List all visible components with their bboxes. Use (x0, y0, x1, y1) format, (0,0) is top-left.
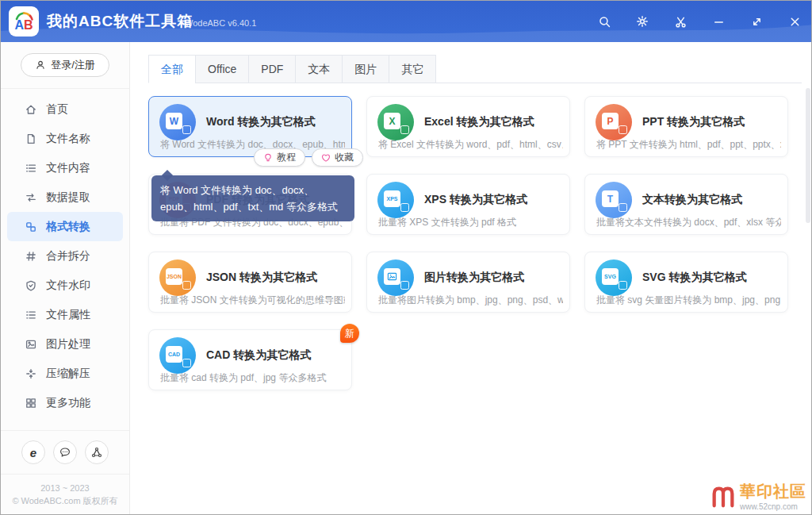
card-image-convert[interactable]: 图片转换为其它格式 批量将图片转换为 bmp、jpg、png、psd、webp、 (366, 252, 570, 313)
sidebar-item-home[interactable]: 首页 (7, 94, 123, 124)
sidebar-item-image-process[interactable]: 图片处理 (7, 329, 123, 359)
watermark-logo-icon (710, 482, 737, 509)
tab-pdf[interactable]: PDF (248, 55, 295, 83)
browser-icon[interactable]: e (21, 440, 45, 464)
card-title: JSON 转换为其它格式 (206, 271, 317, 285)
tutorial-button[interactable]: 教程 (254, 148, 305, 167)
login-register-label: 登录/注册 (51, 58, 95, 72)
word-file-icon: W (159, 104, 196, 140)
tab-office[interactable]: Office (195, 55, 248, 83)
convert-grid-icon (25, 221, 37, 233)
card-title: 图片转换为其它格式 (424, 271, 524, 285)
tab-image[interactable]: 图片 (342, 55, 389, 83)
divider (1, 474, 129, 475)
watermark-name: 華印社區 (740, 481, 806, 502)
card-desc: 批量将图片转换为 bmp、jpg、png、psd、webp、 (378, 294, 563, 307)
tab-other[interactable]: 其它 (389, 55, 436, 83)
sidebar-menu: 首页 文件名称 文件内容 数据提取 格式转换 合并拆分 (1, 94, 129, 417)
sidebar-item-merge-split[interactable]: 合并拆分 (7, 241, 123, 271)
favorite-button[interactable]: 收藏 (312, 148, 363, 167)
compress-icon (25, 367, 37, 380)
card-excel-convert[interactable]: X Excel 转换为其它格式 将 Excel 文件转换为 word、pdf、h… (366, 96, 570, 157)
file-lines-icon (25, 162, 37, 175)
sidebar-item-label: 格式转换 (46, 220, 90, 234)
card-title: XPS 转换为其它格式 (424, 193, 527, 207)
card-svg-convert[interactable]: SVG SVG 转换为其它格式 批量将 svg 矢量图片转换为 bmp、jpg、… (584, 252, 788, 313)
more-grid-icon (25, 397, 37, 409)
image-picture-icon (377, 259, 414, 296)
login-register-button[interactable]: 登录/注册 (21, 53, 109, 77)
settings-gear-icon[interactable] (635, 14, 649, 29)
tab-text[interactable]: 文本 (295, 55, 342, 83)
card-ppt-convert[interactable]: P PPT 转换为其它格式 将 PPT 文件转换为 html、pdf、ppt、p… (584, 96, 788, 157)
sidebar-item-file-content[interactable]: 文件内容 (7, 153, 123, 183)
card-text-convert[interactable]: T 文本转换为其它格式 批量将文本文件转换为 docx、pdf、xlsx 等众多… (584, 174, 788, 235)
card-title: SVG 转换为其它格式 (642, 271, 746, 285)
app-title: 我的ABC软件工具箱 (47, 1, 193, 42)
sidebar-item-label: 更多功能 (46, 396, 90, 410)
bulb-icon (263, 153, 273, 163)
card-word-convert[interactable]: W Word 转换为其它格式 将 Word 文件转换为 doc、docx、epu… (148, 96, 352, 157)
screenshot-scissors-icon[interactable] (673, 14, 688, 29)
sidebar-item-label: 合并拆分 (46, 249, 90, 263)
card-desc: 将 PPT 文件转换为 html、pdf、ppt、pptx、xps 等 (596, 138, 781, 152)
card-title: 文本转换为其它格式 (642, 193, 742, 207)
sidebar-footer: 2013 ~ 2023 © WodeABC.com 版权所有 (1, 482, 129, 507)
ppt-file-icon: P (596, 104, 632, 140)
image-icon (25, 338, 37, 351)
card-json-convert[interactable]: JSON JSON 转换为其它格式 批量将 JSON 文件转换为可视化的思维导图… (148, 252, 352, 313)
sidebar-item-file-name[interactable]: 文件名称 (7, 124, 123, 153)
card-hover-actions: 教程 收藏 (254, 148, 363, 167)
card-tooltip: 将 Word 文件转换为 doc、docx、epub、html、pdf、txt、… (151, 175, 354, 221)
app-window: A B 我的ABC软件工具箱 WodeABC v6.40.1 (0, 0, 812, 515)
sidebar-item-watermark[interactable]: 文件水印 (7, 271, 123, 300)
card-title: Excel 转换为其它格式 (424, 115, 534, 129)
main-content: 全部 Office PDF 文本 图片 其它 W Word 转换为其它格式 将 … (130, 42, 812, 515)
watermark-url: www.52cnp.com (740, 502, 806, 511)
extract-arrows-icon (25, 191, 37, 204)
card-desc: 批量将 XPS 文件转换为 pdf 格式 (378, 216, 563, 229)
app-logo: A B (9, 6, 39, 37)
window-controls (597, 1, 802, 42)
vertical-scrollbar[interactable] (805, 88, 811, 511)
sidebar-item-label: 首页 (46, 102, 68, 117)
watermark-shield-icon (25, 279, 37, 292)
category-tabs: 全部 Office PDF 文本 图片 其它 (148, 55, 802, 83)
sidebar-item-format-convert[interactable]: 格式转换 (7, 212, 123, 241)
svg-file-icon: SVG (596, 259, 632, 296)
forum-watermark: 華印社區 www.52cnp.com (710, 481, 806, 511)
home-icon (25, 103, 37, 116)
sidebar-item-more[interactable]: 更多功能 (7, 388, 123, 417)
search-icon[interactable] (597, 14, 611, 29)
sidebar-item-data-extract[interactable]: 数据提取 (7, 183, 123, 212)
heart-icon (321, 153, 331, 163)
close-icon[interactable] (787, 14, 802, 29)
tool-card-grid: W Word 转换为其它格式 将 Word 文件转换为 doc、docx、epu… (148, 96, 788, 390)
resize-icon[interactable] (749, 14, 764, 29)
card-desc: 批量将 JSON 文件转换为可视化的思维导图或其它格式 (160, 294, 345, 307)
title-bar: A B 我的ABC软件工具箱 WodeABC v6.40.1 (1, 1, 812, 42)
sidebar-item-label: 文件水印 (46, 279, 90, 293)
card-desc: 将 Excel 文件转换为 word、pdf、html、csv、txt、s (378, 138, 563, 152)
card-cad-convert[interactable]: CAD CAD 转换为其它格式 批量将 cad 转换为 pdf、jpg 等众多格… (148, 329, 352, 390)
user-icon (35, 60, 46, 71)
sidebar-item-label: 文件内容 (46, 161, 90, 175)
divider (1, 430, 129, 431)
tab-all[interactable]: 全部 (148, 55, 195, 83)
svg-text:B: B (24, 18, 33, 32)
share-icon[interactable] (85, 440, 109, 464)
chat-icon[interactable] (53, 440, 77, 464)
card-title: Word 转换为其它格式 (206, 115, 315, 129)
new-badge: 新 (340, 324, 359, 343)
excel-file-icon: X (377, 104, 414, 140)
scrollbar-thumb[interactable] (806, 88, 810, 223)
minimize-icon[interactable] (711, 14, 726, 29)
sidebar-item-compress[interactable]: 压缩解压 (7, 359, 123, 388)
sidebar-quick-links: e (1, 440, 129, 464)
sidebar-item-label: 数据提取 (46, 190, 90, 205)
sidebar: 登录/注册 首页 文件名称 文件内容 数据提取 格式转换 (1, 42, 130, 515)
card-xps-convert[interactable]: XPS XPS 转换为其它格式 批量将 XPS 文件转换为 pdf 格式 (366, 174, 570, 235)
xps-file-icon: XPS (377, 182, 414, 218)
sidebar-item-label: 文件名称 (46, 132, 90, 146)
sidebar-item-file-props[interactable]: 文件属性 (7, 300, 123, 329)
